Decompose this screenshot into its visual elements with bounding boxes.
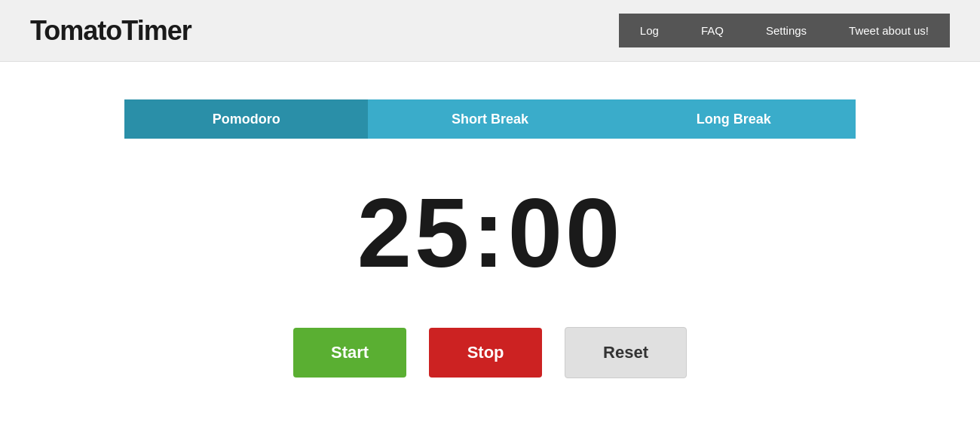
header: TomatoTimer Log FAQ Settings Tweet about… <box>0 0 980 62</box>
timer-display: 25:00 <box>357 184 623 282</box>
tab-short-break[interactable]: Short Break <box>368 99 611 139</box>
reset-button[interactable]: Reset <box>565 327 687 378</box>
nav-faq-button[interactable]: FAQ <box>680 14 745 47</box>
nav-buttons: Log FAQ Settings Tweet about us! <box>619 14 950 47</box>
nav-settings-button[interactable]: Settings <box>745 14 828 47</box>
nav-log-button[interactable]: Log <box>619 14 680 47</box>
timer-tabs: Pomodoro Short Break Long Break <box>124 99 856 139</box>
tab-long-break[interactable]: Long Break <box>612 99 856 139</box>
control-buttons: Start Stop Reset <box>293 327 687 378</box>
tab-pomodoro[interactable]: Pomodoro <box>124 99 368 139</box>
stop-button[interactable]: Stop <box>429 328 542 378</box>
start-button[interactable]: Start <box>293 328 406 378</box>
app-logo: TomatoTimer <box>30 15 191 47</box>
main-content: Pomodoro Short Break Long Break 25:00 St… <box>0 62 980 378</box>
nav-tweet-button[interactable]: Tweet about us! <box>828 14 950 47</box>
